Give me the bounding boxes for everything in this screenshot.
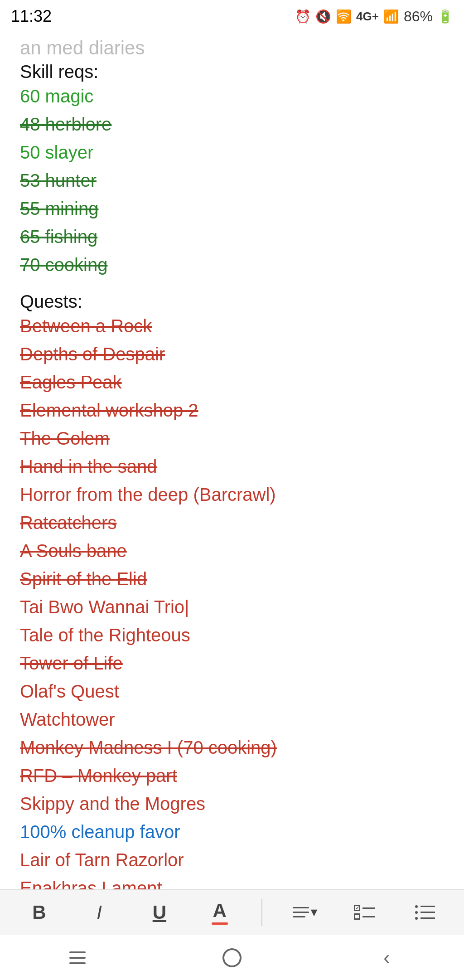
list-dot [415, 911, 418, 914]
quest-item: Monkey Madness I (70 cooking) [20, 733, 444, 762]
quest-item: Hand in the sand [20, 452, 444, 480]
skill-item: 53 hunter [20, 166, 444, 194]
formatting-toolbar: B I U A ▾ [0, 889, 464, 935]
quest-item: Between a Rock [20, 312, 444, 340]
quest-item: Tower of Life [20, 649, 444, 677]
quest-item: RFD – Monkey part [20, 762, 444, 790]
align-lines-icon [293, 907, 309, 917]
back-chevron-icon: ‹ [383, 947, 390, 969]
check-box-icon [354, 905, 360, 911]
skill-item: 50 slayer [20, 138, 444, 166]
text-color-button[interactable]: A [202, 897, 238, 928]
quest-item: 100% cleanup favor [20, 818, 444, 846]
signal-icon: 📶 [383, 9, 399, 24]
quest-item: Tai Bwo Wannai Trio| [20, 593, 444, 621]
quests-label: Quests: [20, 291, 82, 311]
check-box-icon [354, 913, 360, 920]
list-line [420, 917, 435, 919]
skill-item: 70 cooking [20, 251, 444, 279]
quest-item: Watchtower [20, 705, 444, 733]
underline-label: U [153, 902, 166, 923]
italic-label: I [97, 902, 102, 923]
bold-button[interactable]: B [21, 897, 57, 928]
skill-item: 65 fishing [20, 223, 444, 251]
wifi-icon: 🛜 [336, 9, 352, 24]
nav-home-button[interactable] [205, 940, 259, 976]
main-content: an med diaries Skill reqs: 60 magic 48 h… [0, 33, 464, 967]
quest-item: Skippy and the Mogres [20, 790, 444, 818]
align-chevron-icon: ▾ [311, 905, 317, 919]
list-line [420, 912, 435, 913]
quests-section: Quests: Between a Rock Depths of Despair… [20, 291, 444, 958]
quest-item: Tale of the Righteous [20, 621, 444, 649]
skill-reqs-section: Skill reqs: 60 magic 48 herblore 50 slay… [20, 62, 444, 279]
list-dot [415, 917, 418, 920]
navigation-bar: ‹ [0, 935, 464, 980]
skill-item: 48 herblore [20, 110, 444, 138]
quest-item: Lair of Tarn Razorlor [20, 846, 444, 874]
quest-item: Horror from the deep (Barcrawl) [20, 480, 444, 509]
quest-item: Depths of Despair [20, 340, 444, 368]
quest-item: Eagles Peak [20, 368, 444, 396]
quest-item: Ratcatchers [20, 509, 444, 537]
checklist-button[interactable] [347, 897, 383, 928]
toolbar-separator [261, 899, 262, 926]
check-line [362, 916, 375, 917]
faded-title: an med diaries [20, 37, 444, 59]
home-icon [222, 948, 242, 967]
color-label: A [213, 900, 226, 922]
color-underline [212, 922, 228, 925]
checklist-icon [354, 905, 375, 920]
list-icon [415, 905, 435, 920]
list-line [420, 906, 435, 907]
list-dot [415, 905, 418, 908]
nav-menu-button[interactable] [50, 940, 105, 976]
quest-item: Spirit of the Elid [20, 565, 444, 593]
alarm-icon: ⏰ [295, 9, 311, 24]
network-label: 4G+ [356, 10, 379, 24]
mute-icon: 🔇 [315, 9, 331, 24]
list-button[interactable] [407, 897, 443, 928]
status-bar: 11:32 ⏰ 🔇 🛜 4G+ 📶 86% 🔋 [0, 0, 464, 33]
check-line [362, 907, 375, 909]
quest-item: The Golem [20, 424, 444, 452]
battery-level: 86% [404, 8, 433, 25]
status-icons: ⏰ 🔇 🛜 4G+ 📶 86% 🔋 [295, 8, 453, 25]
status-time: 11:32 [11, 7, 52, 26]
bold-label: B [32, 902, 46, 923]
align-button[interactable]: ▾ [286, 897, 323, 928]
nav-back-button[interactable]: ‹ [359, 940, 414, 976]
underline-button[interactable]: U [141, 897, 178, 928]
quest-item: A Souls bane [20, 537, 444, 565]
skill-item: 60 magic [20, 82, 444, 110]
skill-reqs-label: Skill reqs: [20, 62, 98, 82]
quest-item: Olaf's Quest [20, 677, 444, 705]
battery-icon: 🔋 [437, 9, 453, 24]
hamburger-icon [69, 951, 86, 964]
quest-item: Elemental workshop 2 [20, 396, 444, 424]
italic-button[interactable]: I [81, 897, 117, 928]
skill-item: 55 mining [20, 194, 444, 223]
